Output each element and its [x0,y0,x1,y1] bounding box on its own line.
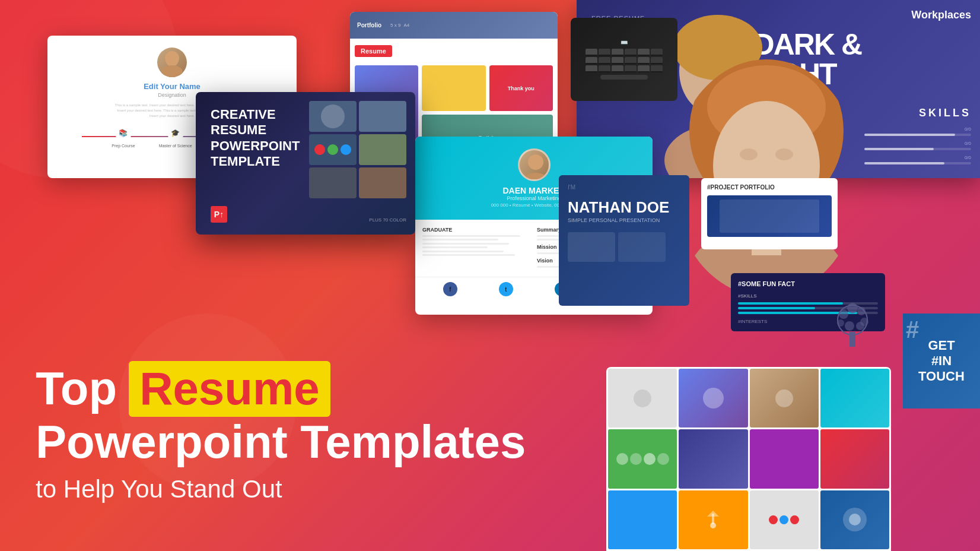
card1-name: Edit Your Name [59,82,285,91]
card-get-in-touch: # GET #IN TOUCH [903,314,980,408]
card5-role: Professional Marketing [507,195,561,201]
card2-cell-3 [309,134,357,165]
card3-img-2 [422,65,485,111]
fun-fact-content: #SKILLS #INTERESTS [738,293,878,324]
grid-cell-11 [750,490,819,549]
project-title: #PROJECT PORTFOLIO [707,184,832,191]
svg-point-17 [857,307,866,315]
skills-bars: 0/0 0/0 0/0 [864,126,971,164]
touch-touch: TOUCH [918,369,965,384]
svg-point-18 [847,303,858,314]
card1-label-1: Prep Course [112,144,135,148]
keyboard-spacebar [600,75,648,80]
svg-point-21 [845,321,854,331]
keyboard-card: ⌨️ [571,18,677,101]
grid-cell-2 [679,369,747,428]
svg-point-22 [856,322,864,330]
svg-point-8 [740,148,758,160]
headline-line2: Powerpoint Templates [36,417,526,468]
card2-cell-2 [359,101,406,132]
card3-resume-badge: Resume [355,45,392,57]
touch-get: GET [928,338,954,353]
svg-point-13 [524,173,548,181]
nathan-subtitle: SIMPLE PERSONAL PRESENTATION [568,217,680,223]
card1-icon-1: 📚 [115,125,132,141]
svg-point-19 [837,319,844,327]
headline-top-prefix: Top [36,363,117,414]
headline-area: Top Resume Powerpoint Templates to Help … [36,361,526,504]
svg-point-16 [839,309,848,319]
skill-row-1: 0/0 [864,126,971,136]
fun-fact-title: #SOME FUN FACT [738,280,878,287]
card2-cell-6 [359,167,406,198]
headline-line3: to Help You Stand Out [36,475,526,504]
card5-facebook-icon: f [443,282,457,296]
card-project-portfolio: #PROJECT PORTFOLIO [701,178,838,249]
card1-label-2: Master of Science [159,144,192,148]
grid-cell-8 [820,429,889,488]
svg-marker-25 [707,511,719,517]
touch-hash: # [906,316,919,343]
grid-cell-9 [608,490,677,549]
card1-step-1: 📚 Prep Course [112,125,135,148]
headline-resume-highlight: Resume [129,361,330,417]
card5-graduate: GRADUATE [422,227,531,233]
card5-avatar [518,148,551,181]
nathan-mini-1 [568,232,615,262]
card1-step-2: 🎓 Master of Science [159,125,192,148]
card2-cell-1 [309,101,357,132]
nathan-mini-cards [568,232,680,262]
card3-img-3: Thank you [489,65,553,111]
nathan-mini-2 [618,232,666,262]
svg-point-1 [161,67,183,77]
grid-cell-10 [679,490,747,549]
keyboard-keys [586,49,663,72]
card5-twitter-icon: t [499,282,513,296]
card5-left-col: GRADUATE [422,227,531,270]
card-creative-resume: CREATIVE RESUME POWERPOINT TEMPLATE P↑ P… [196,92,415,235]
grid-cell-4 [820,369,889,428]
grid-cell-7 [750,429,819,488]
skill-row-3: 0/0 [864,155,971,164]
project-img [707,195,832,237]
grid-cell-5 [608,429,677,488]
touch-in: #IN [931,353,952,369]
card2-grid [309,101,406,198]
card1-avatar [157,48,187,77]
grid-cell-3 [750,369,819,428]
grid-cell-6 [679,429,747,488]
card5-name: DAEN MARKER [503,186,565,195]
card1-icon-2: 🎓 [167,125,184,141]
skills-title: SKILLS [864,107,971,119]
fun-fact-section: #SOME FUN FACT #SKILLS #INTERE [731,273,885,331]
card2-cell-4 [359,134,406,165]
workplaces-label: Workplaces [911,9,971,21]
nathan-name: NATHAN DOE [568,200,680,215]
card-nathan-doe: I'M NATHAN DOE SIMPLE PERSONAL PRESENTAT… [559,175,689,306]
skill-row-2: 0/0 [864,141,971,150]
headline-line1: Top Resume [36,361,526,417]
card3-top: Portfolio 5 x 9 A4 [350,12,558,39]
card2-cell-5 [309,167,357,198]
card3-portfolio-label: Portfolio [357,22,381,28]
svg-point-0 [165,51,179,65]
grid-cell-1 [608,369,677,428]
card2-badge: P↑ [211,206,227,223]
grid-cell-12 [820,490,889,549]
nathan-i-am: I'M [568,184,680,191]
svg-point-9 [775,148,793,160]
svg-point-12 [528,154,543,170]
card2-plus-colors: PLUS 70 COLOR [369,217,406,223]
tree-icon [832,299,873,347]
card-grid-bottom [606,367,891,551]
skills-panel: SKILLS 0/0 0/0 0/0 [864,107,971,169]
